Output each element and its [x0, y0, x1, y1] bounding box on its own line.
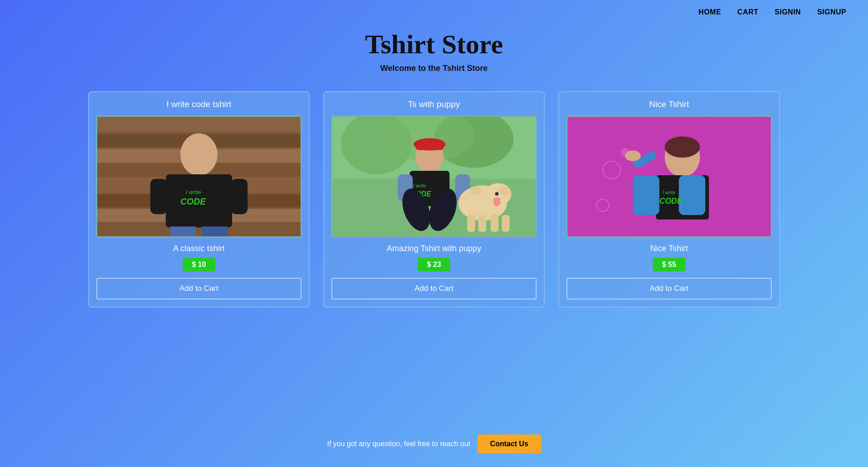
svg-rect-38	[467, 214, 475, 232]
svg-rect-16	[202, 227, 228, 237]
page-title: Tshirt Store	[0, 29, 868, 60]
card-title-1: Ts with puppy	[408, 99, 460, 109]
svg-text:CODE: CODE	[659, 196, 683, 205]
svg-rect-51	[633, 175, 660, 215]
svg-rect-24	[415, 141, 444, 150]
svg-point-36	[495, 192, 499, 196]
add-to-cart-button-2[interactable]: Add to Cart	[566, 278, 772, 299]
product-card-2: Nice Tshirt I writ	[558, 91, 780, 308]
svg-rect-41	[502, 215, 510, 232]
svg-rect-39	[478, 215, 486, 232]
svg-rect-1	[97, 117, 301, 132]
nav-cart[interactable]: CART	[737, 8, 758, 16]
product-price-2: $ 55	[653, 258, 685, 271]
svg-rect-49	[669, 142, 696, 151]
card-title-0: I write code tshirt	[166, 99, 231, 109]
product-price-1: $ 23	[418, 258, 450, 271]
product-card-0: I write code tshirt I write CODE	[88, 91, 310, 308]
product-image-0: I write CODE	[96, 116, 302, 238]
card-title-2: Nice Tshirt	[649, 99, 689, 109]
svg-point-37	[493, 197, 500, 206]
svg-text:CODE: CODE	[180, 196, 206, 206]
page-header: Tshirt Store Welcome to the Tshirt Store	[0, 24, 868, 87]
add-to-cart-button-1[interactable]: Add to Cart	[331, 278, 537, 299]
svg-rect-14	[231, 179, 247, 214]
add-to-cart-button-0[interactable]: Add to Cart	[96, 278, 302, 299]
svg-point-56	[625, 150, 641, 161]
product-card-1: Ts with puppy I write CODE	[323, 91, 545, 308]
product-description-1: Amazing Tshirt with puppy	[387, 244, 481, 253]
svg-rect-13	[150, 179, 167, 214]
footer-text: If you got any question, feel free to re…	[327, 440, 470, 448]
svg-text:I write: I write	[413, 183, 426, 188]
navbar: HOME CART SIGNIN SIGNUP	[0, 0, 868, 24]
product-image-1: I write CODE	[331, 116, 537, 238]
product-description-0: A classic tshirt	[173, 244, 225, 253]
products-grid: I write code tshirt I write CODE	[0, 87, 868, 335]
product-price-0: $ 10	[183, 258, 215, 271]
nav-signup[interactable]: SIGNUP	[817, 8, 846, 16]
svg-text:I write: I write	[662, 190, 675, 195]
svg-rect-15	[170, 227, 196, 237]
svg-text:I write: I write	[186, 189, 201, 196]
product-image-2: I write CODE	[566, 116, 772, 238]
svg-point-9	[180, 133, 217, 176]
footer: If you got any question, feel free to re…	[0, 421, 868, 467]
svg-rect-52	[679, 175, 706, 215]
nav-home[interactable]: HOME	[698, 8, 721, 16]
svg-rect-40	[491, 214, 499, 232]
product-description-2: Nice Tshirt	[650, 244, 688, 253]
page-subtitle: Welcome to the Tshirt Store	[0, 64, 868, 73]
contact-us-button[interactable]: Contact Us	[477, 434, 541, 453]
svg-point-35	[470, 187, 482, 196]
nav-signin[interactable]: SIGNIN	[775, 8, 801, 16]
svg-point-34	[499, 187, 511, 196]
